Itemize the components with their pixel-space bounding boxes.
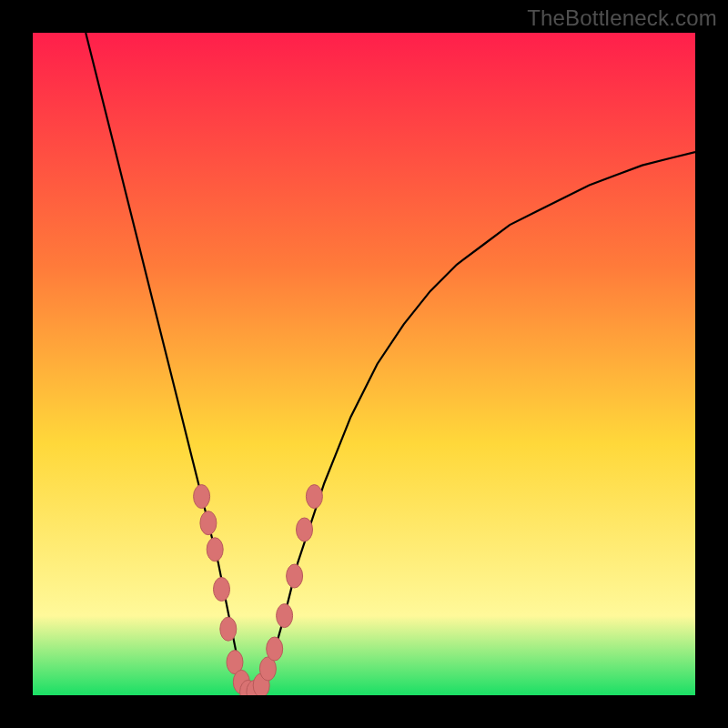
chart-frame: TheBottleneck.com xyxy=(0,0,728,728)
curve-marker xyxy=(194,485,210,509)
curve-marker xyxy=(214,578,230,602)
curve-marker xyxy=(297,518,313,541)
watermark-text: TheBottleneck.com xyxy=(527,5,717,31)
bottleneck-plot xyxy=(33,33,695,695)
curve-marker xyxy=(207,538,223,561)
curve-marker xyxy=(277,604,293,628)
curve-marker xyxy=(287,564,303,588)
curve-marker xyxy=(267,637,283,661)
plot-background xyxy=(33,33,695,695)
curve-marker xyxy=(220,617,237,641)
curve-marker xyxy=(306,485,322,509)
curve-marker xyxy=(200,511,217,535)
